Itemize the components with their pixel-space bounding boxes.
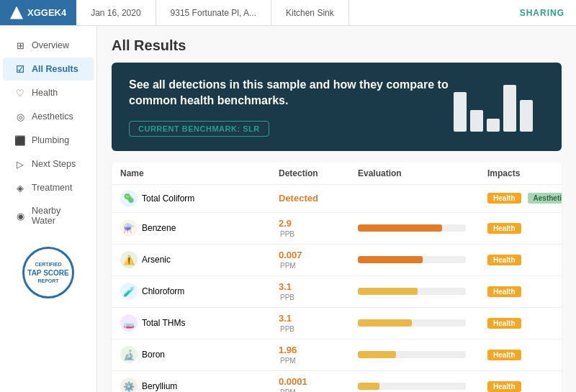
row-icon: 🦠 <box>120 190 138 207</box>
eval-bar-container <box>358 383 466 390</box>
row-detection-cell: Detected <box>279 193 358 204</box>
eval-bar <box>358 256 423 263</box>
row-name: Total THMs <box>142 318 185 328</box>
topbar-logo: XGGEK4 <box>0 0 76 25</box>
row-detection-cell: 3.1PPB <box>279 313 358 334</box>
detection-value: 0.0001PPM <box>279 376 307 392</box>
row-eval-cell <box>358 319 487 327</box>
row-eval-cell <box>358 256 487 263</box>
impact-tag: Health <box>487 255 521 265</box>
row-tags-cell: Health <box>487 381 562 392</box>
banner: See all detections in this sample and ho… <box>112 63 562 151</box>
impact-tag: Health <box>487 223 521 234</box>
impact-tag: Aesthetic <box>528 193 562 204</box>
col-header-name: Name <box>120 168 279 178</box>
health-icon: ♡ <box>14 87 26 99</box>
sidebar: ⊞ Overview ☑ All Results ♡ Health ◎ Aest… <box>0 26 97 392</box>
row-name-cell: ⚙️Beryllium <box>120 378 279 392</box>
sidebar-item-label: Overview <box>32 40 69 50</box>
banner-heading: See all detections in this sample and ho… <box>129 77 454 109</box>
table-row[interactable]: 🔬Boron1.96PPMHealth <box>112 339 562 371</box>
detection-value: 3.1PPB <box>279 281 294 302</box>
results-table: Name Detection Evaluation Impacts 🦠Total… <box>112 163 562 392</box>
table-header: Name Detection Evaluation Impacts <box>112 163 562 185</box>
banner-chart <box>454 81 533 132</box>
chart-bar-3 <box>487 119 500 132</box>
impact-tag: Health <box>487 318 521 329</box>
row-name-cell: 🧪Chloroform <box>120 283 279 300</box>
table-body: 🦠Total ColiformDetectedHealthAesthetic⚗️… <box>112 185 562 392</box>
col-header-evaluation: Evaluation <box>358 168 487 178</box>
topbar-address: 9315 Fortunate Pl, A... <box>156 0 271 26</box>
sharing-button[interactable]: SHARING <box>508 8 576 18</box>
row-tags-cell: Health <box>487 286 562 297</box>
table-row[interactable]: 🧪Chloroform3.1PPBHealth <box>112 276 562 308</box>
plumbing-icon: ⬛ <box>14 135 26 146</box>
main-content: All Results See all detections in this s… <box>97 26 576 392</box>
sidebar-item-treatment[interactable]: ◈ Treatment <box>3 176 94 199</box>
col-header-detection: Detection <box>279 168 358 178</box>
cert-line2: TAP SCORE <box>27 268 68 278</box>
row-icon: 🔬 <box>120 346 138 363</box>
detection-value: 0.007PPM <box>279 250 302 270</box>
sidebar-cert: CERTIFIED TAP SCORE REPORT <box>0 232 96 298</box>
sidebar-item-all-results[interactable]: ☑ All Results <box>3 58 94 81</box>
row-name: Total Coliform <box>142 193 194 204</box>
sidebar-item-label: Next Steps <box>32 159 76 169</box>
row-name-cell: 🦠Total Coliform <box>120 190 279 207</box>
sidebar-item-aesthetics[interactable]: ◎ Aesthetics <box>3 105 94 128</box>
eval-bar-container <box>358 256 466 263</box>
sidebar-item-next-steps[interactable]: ▷ Next Steps <box>3 152 94 176</box>
row-tags-cell: Health <box>487 223 562 234</box>
cert-line1: CERTIFIED <box>35 261 62 268</box>
detection-value: 2.9PPB <box>279 218 294 239</box>
table-row[interactable]: ⚠️Arsenic0.007PPMHealth <box>112 245 562 276</box>
row-tags-cell: HealthAesthetic <box>487 193 562 204</box>
topbar-location: Kitchen Sink <box>271 0 349 26</box>
sidebar-item-label: Nearby Water <box>32 206 82 226</box>
row-tags-cell: Health <box>487 350 562 360</box>
chart-bar-5 <box>520 100 533 132</box>
impact-tag: Health <box>487 193 521 204</box>
sidebar-item-nearby-water[interactable]: ◉ Nearby Water <box>3 200 94 232</box>
sidebar-item-label: Plumbing <box>32 135 69 145</box>
sidebar-item-health[interactable]: ♡ Health <box>3 81 94 104</box>
page-title: All Results <box>112 37 562 54</box>
table-row[interactable]: ⚗️Benzene2.9PPBHealth <box>112 213 562 245</box>
row-tags-cell: Health <box>487 318 562 329</box>
row-eval-cell <box>358 224 487 232</box>
detection-value: Detected <box>279 193 318 204</box>
cert-line3: REPORT <box>37 278 58 284</box>
col-header-impacts: Impacts <box>487 168 562 178</box>
sidebar-item-overview[interactable]: ⊞ Overview <box>3 34 94 57</box>
chart-bar-2 <box>470 110 483 132</box>
row-eval-cell <box>358 351 487 358</box>
row-name: Chloroform <box>142 286 184 296</box>
eval-bar <box>358 224 442 232</box>
eval-bar-container <box>358 351 466 358</box>
topbar-date: Jan 16, 2020 <box>76 0 156 26</box>
impact-tag: Health <box>487 381 521 392</box>
table-row[interactable]: 🧫Total THMs3.1PPBHealth <box>112 308 562 339</box>
table-row[interactable]: 🦠Total ColiformDetectedHealthAesthetic <box>112 185 562 213</box>
row-eval-cell <box>358 383 487 390</box>
eye-icon: ◎ <box>14 111 26 122</box>
row-icon: ⚗️ <box>120 219 138 237</box>
row-name: Arsenic <box>142 255 171 265</box>
checkbox-icon: ☑ <box>14 63 26 75</box>
eval-bar <box>358 383 379 390</box>
location-icon: ◉ <box>14 210 26 222</box>
impact-tag: Health <box>487 286 521 297</box>
eval-bar <box>358 319 412 327</box>
sidebar-item-label: All Results <box>32 64 78 74</box>
eval-bar-container <box>358 288 466 295</box>
logo-icon <box>10 6 23 19</box>
sidebar-item-plumbing[interactable]: ⬛ Plumbing <box>3 129 94 152</box>
detection-value: 3.1PPB <box>279 313 294 334</box>
benchmark-button[interactable]: CURRENT BENCHMARK: SLR <box>129 121 269 137</box>
cert-badge: CERTIFIED TAP SCORE REPORT <box>22 247 74 298</box>
sidebar-item-label: Aesthetics <box>32 111 73 122</box>
table-row[interactable]: ⚙️Beryllium0.0001PPMHealth <box>112 371 562 392</box>
row-detection-cell: 2.9PPB <box>279 218 358 239</box>
row-name: Benzene <box>142 223 176 233</box>
